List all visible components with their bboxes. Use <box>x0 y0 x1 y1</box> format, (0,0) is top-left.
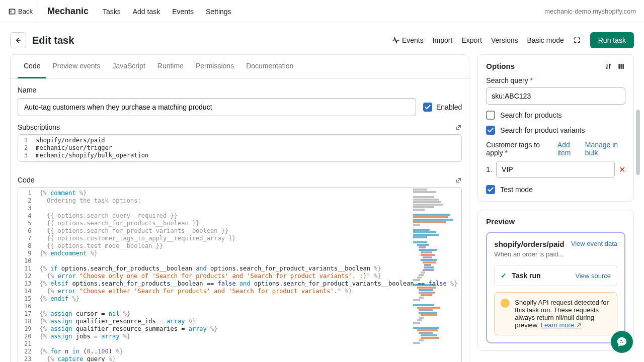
subscriptions-label: Subscriptions <box>18 123 60 131</box>
learn-more-link[interactable]: Learn more ↗ <box>541 321 582 329</box>
run-task-button[interactable]: Run task <box>590 32 634 48</box>
brand-name: Mechanic <box>47 6 89 17</box>
back-label: Back <box>18 8 33 15</box>
chat-icon <box>616 336 627 347</box>
alert-banner: Shopify API request detected for this ta… <box>494 292 617 335</box>
columns-icon[interactable] <box>617 62 625 70</box>
tab-permissions[interactable]: Permissions <box>190 55 240 78</box>
editor-panel: Code Preview events JavaScript Runtime P… <box>10 54 469 362</box>
svg-rect-2 <box>620 64 621 69</box>
manage-bulk-link[interactable]: Manage in bulk <box>585 141 625 157</box>
page-title: Edit task <box>32 35 74 46</box>
code-editor[interactable]: 123456789101112131415161718192021222324 … <box>18 187 462 362</box>
tab-runtime[interactable]: Runtime <box>151 55 190 78</box>
warning-icon <box>501 299 510 308</box>
preview-title: Preview <box>486 217 515 226</box>
popout-icon[interactable] <box>455 177 462 184</box>
page-scrollbar[interactable] <box>636 110 640 175</box>
nav-events[interactable]: Events <box>172 8 194 16</box>
action-import[interactable]: Import <box>433 36 453 44</box>
remove-tag-icon[interactable]: ✕ <box>619 165 625 174</box>
activity-icon <box>392 36 400 44</box>
enabled-label: Enabled <box>436 103 462 111</box>
tags-label: Customer tags to apply * <box>486 141 551 157</box>
search-variants-checkbox[interactable] <box>486 126 495 135</box>
page-back-button[interactable] <box>10 32 26 48</box>
tab-documentation[interactable]: Documentation <box>240 55 299 78</box>
preview-panel: Preview shopify/orders/paid View event d… <box>477 210 634 351</box>
sort-icon[interactable] <box>604 62 612 70</box>
add-item-link[interactable]: Add item <box>557 141 581 157</box>
preview-description: When an order is paid... <box>494 250 617 258</box>
nav-settings[interactable]: Settings <box>206 8 231 16</box>
popout-icon[interactable] <box>455 124 462 131</box>
preview-topic: shopify/orders/paid <box>494 240 564 248</box>
view-event-data-link[interactable]: View event data <box>571 240 617 247</box>
subscriptions-editor[interactable]: 123 shopify/orders/paid mechanic/user/tr… <box>18 134 462 162</box>
task-name-input[interactable] <box>18 98 416 116</box>
back-button[interactable]: Back <box>8 0 40 23</box>
options-panel: Options Search query * Search for produc… <box>477 54 634 202</box>
help-fab[interactable] <box>611 331 633 353</box>
action-export[interactable]: Export <box>461 36 481 44</box>
search-query-label: Search query * <box>486 76 625 84</box>
tab-javascript[interactable]: JavaScript <box>106 55 151 78</box>
shop-domain: mechanic-demo.myshopify.com <box>544 8 636 15</box>
code-minimap[interactable] <box>413 189 459 359</box>
search-query-input[interactable] <box>486 87 625 105</box>
action-basic-mode[interactable]: Basic mode <box>527 36 564 44</box>
task-run-label: Task run <box>512 272 540 280</box>
action-versions[interactable]: Versions <box>491 36 518 44</box>
enabled-checkbox[interactable] <box>423 103 432 112</box>
action-events[interactable]: Events <box>392 36 424 44</box>
tag-input[interactable] <box>496 161 615 178</box>
tab-code[interactable]: Code <box>18 55 46 78</box>
view-source-link[interactable]: View source <box>575 272 611 280</box>
svg-rect-3 <box>622 64 623 69</box>
tag-index: 1. <box>486 165 492 173</box>
code-label: Code <box>18 176 34 184</box>
search-products-label: Search for products <box>500 111 561 119</box>
options-title: Options <box>486 62 515 70</box>
nav-add-task[interactable]: Add task <box>133 8 160 16</box>
name-label: Name <box>18 86 462 94</box>
search-variants-label: Search for product variants <box>500 126 585 134</box>
arrow-left-icon <box>14 36 22 44</box>
tab-preview-events[interactable]: Preview events <box>46 55 106 78</box>
svg-rect-0 <box>9 9 15 14</box>
nav-tasks[interactable]: Tasks <box>103 8 121 16</box>
svg-rect-1 <box>618 64 619 69</box>
test-mode-label: Test mode <box>500 186 533 194</box>
check-icon: ✓ <box>501 272 507 280</box>
search-products-checkbox[interactable] <box>486 111 495 120</box>
fullscreen-icon[interactable] <box>573 36 581 44</box>
test-mode-checkbox[interactable] <box>486 185 495 194</box>
back-arrow-icon <box>8 8 16 16</box>
